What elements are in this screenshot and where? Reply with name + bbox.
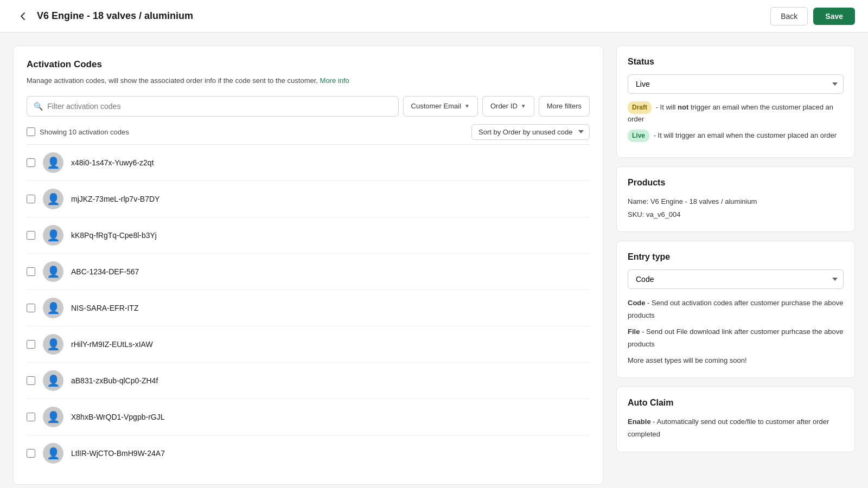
user-icon: 👤 <box>47 156 60 169</box>
activation-code-text: kK8Pq-fRgTq-Cpe8l-b3Yj <box>71 231 157 240</box>
activation-code-text: ABC-1234-DEF-567 <box>71 267 139 276</box>
live-status-info: Live - It will trigger an email when the… <box>628 130 844 142</box>
entry-type-section: Entry type Code File Code - Send out act… <box>616 241 855 378</box>
activation-code-text: x48i0-1s47x-Yuwy6-z2qt <box>71 158 154 167</box>
avatar: 👤 <box>43 443 63 464</box>
activation-codes-title: Activation Codes <box>27 59 590 70</box>
search-icon: 🔍 <box>34 102 43 111</box>
entry-type-info: Code - Send out activation codes after c… <box>628 297 844 367</box>
status-section: Status Live Draft Draft - It will not tr… <box>616 46 855 158</box>
showing-label: Showing 10 activation codes <box>40 128 129 136</box>
main-panel: Activation Codes Manage activation codes… <box>13 46 603 485</box>
save-button[interactable]: Save <box>813 8 855 25</box>
avatar: 👤 <box>43 152 63 173</box>
table-row: 👤 ABC-1234-DEF-567 <box>27 254 590 290</box>
row-checkbox-3[interactable] <box>27 267 35 276</box>
table-row: 👤 mjJKZ-73meL-rlp7v-B7DY <box>27 181 590 217</box>
select-all-checkbox[interactable] <box>27 127 35 136</box>
app-header: V6 Engine - 18 valves / aluminium Back S… <box>0 0 868 33</box>
row-checkbox-0[interactable] <box>27 158 35 167</box>
activation-code-text: LtlIR-WjCTO-BmH9W-24A7 <box>71 449 165 458</box>
customer-email-filter[interactable]: Customer Email ▼ <box>403 96 478 117</box>
products-title: Products <box>628 178 844 188</box>
user-icon: 👤 <box>47 374 60 387</box>
activation-code-text: X8hxB-WrQD1-Vpgpb-rGJL <box>71 413 164 421</box>
activation-codes-description: Manage activation codes, will show the a… <box>27 75 590 86</box>
back-button[interactable]: Back <box>770 7 808 25</box>
status-select[interactable]: Live Draft <box>628 74 844 94</box>
table-row: 👤 X8hxB-WrQD1-Vpgpb-rGJL <box>27 399 590 435</box>
draft-status-info: Draft - It will not trigger an email whe… <box>628 101 844 125</box>
status-title: Status <box>628 57 844 67</box>
more-filters-button[interactable]: More filters <box>539 96 590 117</box>
avatar: 👤 <box>43 225 63 246</box>
activation-code-text: aB831-zxBub-qlCp0-ZH4f <box>71 376 158 385</box>
search-input[interactable] <box>47 102 392 111</box>
user-icon: 👤 <box>47 410 60 423</box>
avatar: 👤 <box>43 370 63 391</box>
user-icon: 👤 <box>47 447 60 460</box>
side-panel: Status Live Draft Draft - It will not tr… <box>616 46 855 485</box>
products-info: Name: V6 Engine - 18 valves / aluminium … <box>628 195 844 221</box>
row-checkbox-2[interactable] <box>27 231 35 240</box>
activation-code-text: mjJKZ-73meL-rlp7v-B7DY <box>71 195 159 203</box>
order-id-filter[interactable]: Order ID ▼ <box>482 96 534 117</box>
avatar: 👤 <box>43 189 63 209</box>
table-row: 👤 NIS-SARA-EFR-ITZ <box>27 290 590 326</box>
code-list: 👤 x48i0-1s47x-Yuwy6-z2qt 👤 mjJKZ-73meL-r… <box>27 144 590 471</box>
auto-claim-section: Auto Claim Enable - Automatically send o… <box>616 387 855 452</box>
avatar: 👤 <box>43 407 63 427</box>
user-icon: 👤 <box>47 265 60 278</box>
entry-type-title: Entry type <box>628 252 844 262</box>
entry-type-select[interactable]: Code File <box>628 269 844 289</box>
row-checkbox-5[interactable] <box>27 340 35 349</box>
auto-claim-title: Auto Claim <box>628 398 844 408</box>
avatar: 👤 <box>43 334 63 355</box>
products-section: Products Name: V6 Engine - 18 valves / a… <box>616 166 855 232</box>
avatar: 👤 <box>43 298 63 318</box>
search-wrapper: 🔍 <box>27 96 399 117</box>
user-icon: 👤 <box>47 229 60 242</box>
table-row: 👤 rHilY-rM9IZ-EUtLs-xIAW <box>27 326 590 363</box>
table-row: 👤 LtlIR-WjCTO-BmH9W-24A7 <box>27 435 590 471</box>
chevron-down-icon: ▼ <box>521 103 526 109</box>
user-icon: 👤 <box>47 338 60 351</box>
table-row: 👤 kK8Pq-fRgTq-Cpe8l-b3Yj <box>27 217 590 254</box>
sort-select[interactable]: Sort by Order by unused code <box>471 124 590 140</box>
user-icon: 👤 <box>47 192 60 206</box>
page-title: V6 Engine - 18 valves / aluminium <box>37 10 770 22</box>
row-checkbox-7[interactable] <box>27 413 35 421</box>
more-info-link[interactable]: More info <box>320 76 349 85</box>
avatar: 👤 <box>43 261 63 282</box>
table-row: 👤 x48i0-1s47x-Yuwy6-z2qt <box>27 145 590 181</box>
activation-code-text: rHilY-rM9IZ-EUtLs-xIAW <box>71 340 153 349</box>
draft-badge: Draft <box>628 101 652 114</box>
back-arrow-button[interactable] <box>13 7 33 26</box>
live-badge: Live <box>628 130 649 142</box>
row-checkbox-4[interactable] <box>27 304 35 312</box>
chevron-down-icon: ▼ <box>464 103 470 109</box>
user-icon: 👤 <box>47 301 60 314</box>
row-checkbox-6[interactable] <box>27 376 35 385</box>
auto-claim-info: Enable - Automatically send out code/fil… <box>628 415 844 441</box>
table-row: 👤 aB831-zxBub-qlCp0-ZH4f <box>27 363 590 399</box>
row-checkbox-8[interactable] <box>27 449 35 458</box>
activation-code-text: NIS-SARA-EFR-ITZ <box>71 304 138 312</box>
row-checkbox-1[interactable] <box>27 195 35 203</box>
